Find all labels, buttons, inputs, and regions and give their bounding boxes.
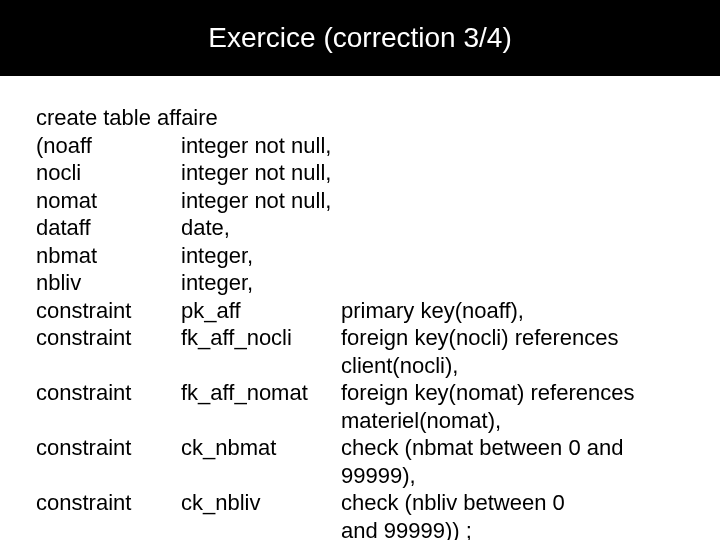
col-type: integer not null, xyxy=(181,132,341,160)
definition-row: 99999), xyxy=(36,462,684,490)
col-extra xyxy=(341,269,684,297)
col-name: nomat xyxy=(36,187,181,215)
definition-row: constraint ck_nbmat check (nbmat between… xyxy=(36,434,684,462)
col-name xyxy=(36,407,181,435)
definition-row: nomat integer not null, xyxy=(36,187,684,215)
col-extra xyxy=(341,214,684,242)
col-name: constraint xyxy=(36,297,181,325)
col-name: nbliv xyxy=(36,269,181,297)
col-name xyxy=(36,517,181,541)
col-extra: check (nbliv between 0 xyxy=(341,489,684,517)
col-type xyxy=(181,407,341,435)
definition-row: client(nocli), xyxy=(36,352,684,380)
col-type xyxy=(181,352,341,380)
definition-row: materiel(nomat), xyxy=(36,407,684,435)
definition-row: (noaff integer not null, xyxy=(36,132,684,160)
definition-row: nbmat integer, xyxy=(36,242,684,270)
col-extra: client(nocli), xyxy=(341,352,684,380)
col-type xyxy=(181,462,341,490)
col-type: fk_aff_nocli xyxy=(181,324,341,352)
definition-row: nbliv integer, xyxy=(36,269,684,297)
col-extra: foreign key(nomat) references xyxy=(341,379,684,407)
slide-content: create table affaire (noaff integer not … xyxy=(0,76,720,540)
definition-row: constraint fk_aff_nomat foreign key(noma… xyxy=(36,379,684,407)
col-type: ck_nbliv xyxy=(181,489,341,517)
col-name xyxy=(36,462,181,490)
col-type: fk_aff_nomat xyxy=(181,379,341,407)
definition-row: constraint ck_nbliv check (nbliv between… xyxy=(36,489,684,517)
slide-title: Exercice (correction 3/4) xyxy=(0,0,720,76)
col-extra: and 99999)) ; xyxy=(341,517,684,541)
col-name: dataff xyxy=(36,214,181,242)
col-extra: check (nbmat between 0 and xyxy=(341,434,684,462)
col-name: nocli xyxy=(36,159,181,187)
col-extra xyxy=(341,132,684,160)
col-extra: materiel(nomat), xyxy=(341,407,684,435)
col-type: integer, xyxy=(181,242,341,270)
col-extra: 99999), xyxy=(341,462,684,490)
col-name: constraint xyxy=(36,489,181,517)
col-name xyxy=(36,352,181,380)
col-extra: primary key(noaff), xyxy=(341,297,684,325)
col-type: date, xyxy=(181,214,341,242)
col-name: constraint xyxy=(36,434,181,462)
col-type: integer not null, xyxy=(181,187,341,215)
col-type: pk_aff xyxy=(181,297,341,325)
create-table-header: create table affaire xyxy=(36,104,684,132)
col-type: integer, xyxy=(181,269,341,297)
col-type: integer not null, xyxy=(181,159,341,187)
definition-row: and 99999)) ; xyxy=(36,517,684,541)
col-name: constraint xyxy=(36,324,181,352)
col-type: ck_nbmat xyxy=(181,434,341,462)
col-name: nbmat xyxy=(36,242,181,270)
col-extra xyxy=(341,159,684,187)
definition-row: nocli integer not null, xyxy=(36,159,684,187)
col-extra xyxy=(341,187,684,215)
title-text: Exercice (correction 3/4) xyxy=(208,22,511,54)
col-type xyxy=(181,517,341,541)
definition-row: dataff date, xyxy=(36,214,684,242)
col-extra: foreign key(nocli) references xyxy=(341,324,684,352)
definition-row: constraint fk_aff_nocli foreign key(nocl… xyxy=(36,324,684,352)
col-name: (noaff xyxy=(36,132,181,160)
col-name: constraint xyxy=(36,379,181,407)
definition-row: constraint pk_aff primary key(noaff), xyxy=(36,297,684,325)
col-extra xyxy=(341,242,684,270)
